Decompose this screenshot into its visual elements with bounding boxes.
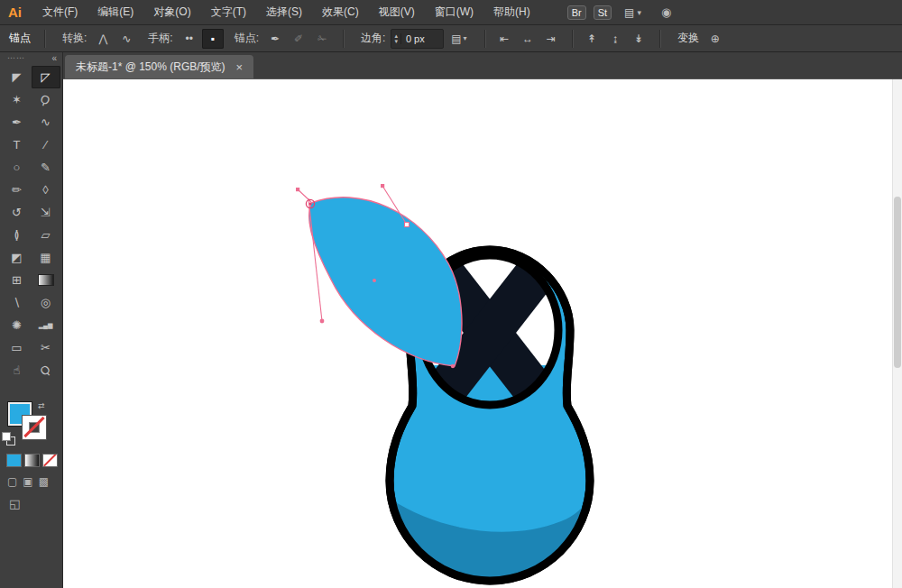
control-bar: 锚点 转换: ⋀ ∿ 手柄: •• ▪ 锚点: ✒ ✐ ✁ 边角: ▴ ▾ ▤ … [0,25,902,52]
eraser-tool[interactable]: ◊ [32,179,60,201]
align-left-button[interactable]: ⇤ [493,29,515,49]
add-anchor-button[interactable]: ✒ [264,29,286,49]
menu-window[interactable]: 窗口(W) [425,0,483,24]
mesh-tool-icon: ⊞ [12,273,22,287]
pen-tool[interactable]: ✒ [3,111,32,133]
scale-tool[interactable]: ⇲ [32,201,60,224]
line-segment-tool[interactable]: ∕ [32,133,60,156]
type-tool[interactable]: T [3,133,32,156]
ellipse-tool[interactable]: ○ [3,156,32,179]
ellipse-tool-icon: ○ [14,161,21,174]
gradient-tool[interactable] [32,269,60,291]
align-right-button[interactable]: ⇥ [540,29,562,49]
rotate-tool[interactable]: ↺ [3,201,32,224]
show-handles-button[interactable]: •• [179,29,200,49]
gradient-mode-button[interactable] [24,454,40,467]
artwork-svg[interactable] [63,79,902,588]
width-tool[interactable]: ≬ [3,224,32,246]
hide-handles-icon: ▪ [211,32,215,45]
gradient-tool-icon [38,274,54,286]
symbol-sprayer-tool[interactable]: ✺ [3,314,32,336]
separator [659,30,660,48]
slice-tool[interactable]: ✂ [32,336,60,359]
eyedropper-tool[interactable]: ∖ [3,291,32,314]
convert-corner-button[interactable]: ⋀ [92,29,114,49]
align-center-icon: ↔ [522,32,533,45]
transform-link[interactable]: 变换 [677,31,699,46]
draw-behind-icon[interactable]: ▣ [23,475,32,488]
shape-builder-tool[interactable]: ◩ [3,246,32,269]
workspace-switcher[interactable]: ▤ ▾ [624,6,641,19]
swap-fill-stroke-icon[interactable]: ⇄ [38,401,45,410]
hide-handles-button[interactable]: ▪ [202,29,224,49]
spin-down-icon[interactable]: ▾ [394,39,398,44]
menu-select[interactable]: 选择(S) [256,0,312,24]
menu-bar: Ai 文件(F) 编辑(E) 对象(O) 文字(T) 选择(S) 效果(C) 视… [0,0,902,25]
selection-tool[interactable]: ◤ [3,66,32,88]
paintbrush-tool[interactable]: ✎ [32,156,60,179]
none-mode-button[interactable] [42,454,58,467]
perspective-grid-tool-icon: ▦ [40,251,51,264]
document-tab-bar: 未标题-1* @ 150% (RGB/预览) × [63,52,902,79]
artboard-tool[interactable]: ▭ [3,336,32,359]
menu-view[interactable]: 视图(V) [369,0,425,24]
shaper-tool[interactable]: ✏ [3,179,32,201]
menu-file[interactable]: 文件(F) [32,0,87,24]
menu-help[interactable]: 帮助(H) [483,0,540,24]
remove-anchor-icon: ✐ [294,32,303,45]
stroke-swatch[interactable] [22,415,47,440]
zoom-tool[interactable]: Ϙ [32,359,60,381]
bridge-button[interactable]: Br [567,5,586,20]
column-graph-tool[interactable]: ▂▄▆ [32,314,60,336]
gpu-performance-icon[interactable]: ◉ [661,5,671,19]
align-middle-icon: ↨ [612,32,618,45]
separator [572,30,573,48]
lasso-tool[interactable]: Ϙ [32,88,60,111]
vertical-scrollbar[interactable] [892,79,902,588]
draw-normal-icon[interactable]: ▢ [7,475,17,488]
corner-stepper[interactable]: ▴ ▾ [391,29,444,49]
magic-wand-tool[interactable]: ✶ [3,88,32,111]
default-fill-stroke-icon[interactable] [2,432,14,445]
convert-smooth-icon: ∿ [122,32,131,45]
draw-inside-icon[interactable]: ▩ [39,475,49,488]
corner-options-button[interactable]: ▤ ▾ [444,29,474,49]
menu-effect[interactable]: 效果(C) [312,0,369,24]
canvas[interactable] [63,79,902,588]
align-middle-button[interactable]: ↨ [604,29,626,49]
handle-label: 手柄: [148,31,172,46]
curvature-tool[interactable]: ∿ [32,111,60,133]
perspective-grid-tool[interactable]: ▦ [32,246,60,269]
blend-tool[interactable]: ◎ [32,291,60,314]
color-mode-button[interactable] [6,454,22,467]
cut-path-button[interactable]: ✁ [311,29,333,49]
remove-anchor-button[interactable]: ✐ [288,29,309,49]
mesh-tool[interactable]: ⊞ [3,269,32,291]
leaf-object[interactable] [296,184,462,368]
align-top-button[interactable]: ↟ [581,29,603,49]
align-top-icon: ↟ [587,32,596,45]
transform-widget-button[interactable]: ⊕ [704,29,726,49]
blend-tool-icon: ◎ [41,296,51,309]
align-center-button[interactable]: ↔ [517,29,538,49]
leaf-path[interactable] [309,198,462,366]
free-transform-tool[interactable]: ▱ [32,224,60,246]
scrollbar-thumb[interactable] [894,197,901,368]
stock-button[interactable]: St [594,5,612,20]
menu-type[interactable]: 文字(T) [201,0,256,24]
menu-edit[interactable]: 编辑(E) [87,0,143,24]
corner-input[interactable] [401,33,443,44]
document-tab[interactable]: 未标题-1* @ 150% (RGB/预览) × [65,55,253,78]
direct-selection-tool[interactable]: ◸ [32,66,60,88]
menu-object[interactable]: 对象(O) [143,0,200,24]
align-bottom-button[interactable]: ↡ [628,29,649,49]
collapse-panel-icon[interactable]: « [51,53,57,63]
close-icon[interactable]: × [236,60,244,74]
app-logo: Ai [0,5,32,20]
hand-tool[interactable]: ☝ [3,359,32,381]
align-bottom-icon: ↡ [634,32,643,45]
screen-mode-button[interactable]: ◱ [0,497,62,510]
panel-grip-icon[interactable]: ⋯⋯ [7,53,25,62]
convert-smooth-button[interactable]: ∿ [115,29,137,49]
lasso-tool-icon: Ϙ [39,92,52,108]
